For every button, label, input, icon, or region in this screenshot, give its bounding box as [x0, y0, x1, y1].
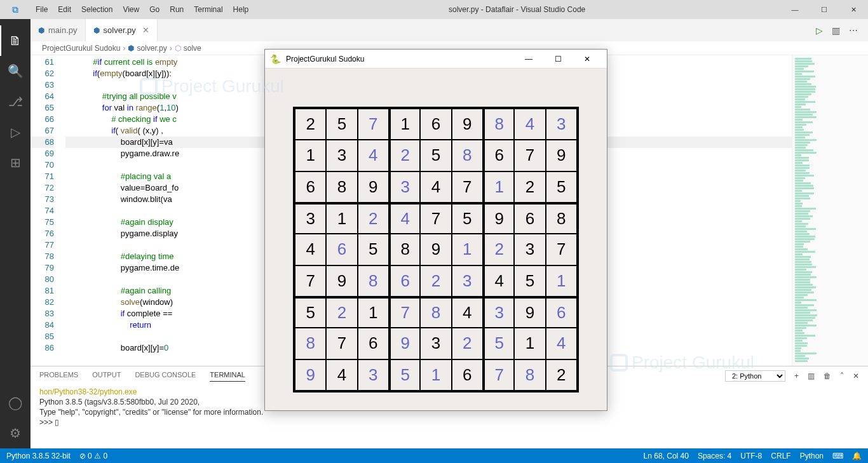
sudoku-cell: 8 [358, 265, 389, 297]
breadcrumb-item[interactable]: solve [184, 44, 201, 53]
sudoku-cell: 6 [546, 297, 577, 328]
files-icon[interactable]: 🗎 [0, 25, 31, 56]
status-item[interactable]: Python 3.8.5 32-bit [6, 452, 71, 460]
panel-tab-output[interactable]: OUTPUT [92, 371, 121, 382]
extensions-icon[interactable]: ⊞ [0, 147, 31, 178]
gear-icon[interactable]: ⚙ [0, 418, 31, 448]
sudoku-cell: 7 [326, 328, 357, 359]
sudoku-cell: 6 [420, 109, 451, 140]
sudoku-cell: 2 [546, 359, 577, 391]
sudoku-cell: 1 [546, 265, 577, 297]
sudoku-cell: 2 [452, 328, 483, 359]
sudoku-cell: 5 [420, 140, 451, 171]
more-icon[interactable]: ⋯ [849, 25, 858, 36]
status-item[interactable]: Spaces: 4 [698, 452, 731, 460]
sudoku-cell: 4 [483, 265, 514, 297]
menu-view[interactable]: View [118, 5, 144, 14]
status-item[interactable]: Python [800, 452, 824, 460]
sudoku-cell: 1 [483, 171, 514, 203]
sudoku-grid: 2571698431342586796893471253124759684658… [293, 107, 579, 393]
source-control-icon[interactable]: ⎇ [0, 86, 31, 117]
menu-selection[interactable]: Selection [76, 5, 118, 14]
status-item[interactable]: ⌨ [832, 452, 843, 460]
sudoku-cell: 8 [514, 359, 545, 391]
breadcrumb-item[interactable]: solver.py [137, 44, 166, 53]
sudoku-cell: 2 [326, 297, 357, 328]
sudoku-cell: 9 [514, 297, 545, 328]
sudoku-cell: 4 [452, 297, 483, 328]
python-app-icon: 🐍 [270, 54, 281, 64]
maximize-icon[interactable]: ☐ [810, 0, 839, 19]
menu-file[interactable]: File [31, 5, 53, 14]
sudoku-cell: 9 [452, 109, 483, 140]
sudoku-cell: 4 [326, 359, 357, 391]
status-item[interactable]: Ln 68, Col 40 [644, 452, 689, 460]
status-item[interactable]: CRLF [771, 452, 790, 460]
sudoku-cell: 3 [389, 171, 420, 203]
sudoku-cell: 5 [514, 265, 545, 297]
sudoku-cell: 9 [483, 203, 514, 234]
minimize-icon[interactable]: — [780, 0, 810, 19]
sudoku-cell: 2 [389, 140, 420, 171]
split-terminal-icon[interactable]: ▥ [808, 372, 815, 380]
function-icon: ⬡ [175, 44, 181, 53]
close-icon[interactable]: ✕ [573, 55, 602, 64]
status-bar: Python 3.8.5 32-bit⊘ 0 ⚠ 0 Ln 68, Col 40… [0, 448, 868, 463]
tab-main-py[interactable]: ⬢main.py [31, 19, 86, 41]
close-panel-icon[interactable]: ✕ [853, 372, 859, 380]
python-icon: ⬢ [93, 26, 100, 35]
chevron-up-icon[interactable]: ˄ [840, 372, 844, 380]
panel-tab-problems[interactable]: PROBLEMS [39, 371, 78, 382]
debug-icon[interactable]: ▷ [0, 117, 31, 147]
sudoku-cell: 5 [483, 328, 514, 359]
sudoku-cell: 3 [295, 203, 326, 234]
sudoku-cell: 7 [546, 234, 577, 265]
sudoku-cell: 6 [295, 171, 326, 203]
sudoku-cell: 1 [326, 203, 357, 234]
close-icon[interactable]: ✕ [839, 0, 868, 19]
status-item[interactable]: ⊘ 0 ⚠ 0 [79, 452, 107, 460]
sudoku-cell: 7 [420, 203, 451, 234]
tab-solver-py[interactable]: ⬢solver.py✕ [86, 19, 158, 41]
split-editor-icon[interactable]: ▥ [832, 25, 840, 36]
sudoku-cell: 8 [389, 234, 420, 265]
close-tab-icon[interactable]: ✕ [140, 25, 149, 35]
sudoku-cell: 1 [358, 297, 389, 328]
sudoku-cell: 8 [483, 109, 514, 140]
sudoku-cell: 2 [420, 265, 451, 297]
trash-icon[interactable]: 🗑 [824, 372, 831, 380]
terminal-line: >>> ▯ [39, 417, 859, 427]
panel-tab-debug-console[interactable]: DEBUG CONSOLE [135, 371, 196, 382]
sudoku-cell: 4 [514, 109, 545, 140]
menu-go[interactable]: Go [144, 5, 165, 14]
status-item[interactable]: UTF-8 [740, 452, 762, 460]
sudoku-cell: 5 [358, 234, 389, 265]
search-icon[interactable]: 🔍 [0, 56, 31, 86]
sudoku-cell: 3 [420, 328, 451, 359]
window-controls[interactable]: — ☐ ✕ [780, 0, 868, 19]
menu-run[interactable]: Run [165, 5, 189, 14]
sudoku-cell: 3 [483, 297, 514, 328]
sudoku-cell: 7 [358, 109, 389, 140]
sudoku-cell: 8 [420, 297, 451, 328]
account-icon[interactable]: ◯ [0, 387, 31, 418]
menu-help[interactable]: Help [228, 5, 254, 14]
sudoku-cell: 4 [420, 171, 451, 203]
panel-tab-terminal[interactable]: TERMINAL [210, 371, 245, 382]
status-item[interactable]: 🔔 [852, 452, 862, 460]
sudoku-cell: 9 [295, 359, 326, 391]
sudoku-cell: 9 [389, 328, 420, 359]
menu-edit[interactable]: Edit [53, 5, 76, 14]
menu-terminal[interactable]: Terminal [189, 5, 227, 14]
sudoku-cell: 9 [358, 171, 389, 203]
sudoku-cell: 8 [326, 171, 357, 203]
add-terminal-icon[interactable]: + [794, 372, 799, 380]
minimize-icon[interactable]: — [514, 55, 543, 64]
sudoku-cell: 6 [452, 359, 483, 391]
terminal-select[interactable]: 2: Python [725, 370, 785, 382]
minimap[interactable] [792, 55, 868, 366]
menu-bar[interactable]: FileEditSelectionViewGoRunTerminalHelp [31, 5, 254, 14]
run-icon[interactable]: ▷ [816, 25, 823, 36]
breadcrumb-item[interactable]: ProjectGurukul Sudoku [42, 44, 120, 53]
maximize-icon[interactable]: ☐ [543, 55, 573, 64]
